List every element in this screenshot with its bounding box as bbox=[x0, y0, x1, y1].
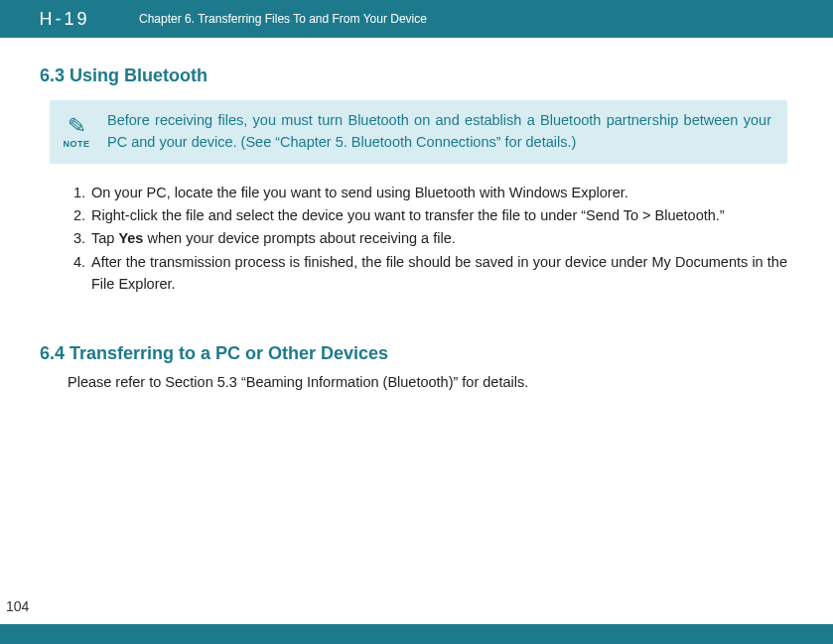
page-content: 6.3 Using Bluetooth ✎ NOTE Before receiv… bbox=[0, 38, 833, 390]
step-2: 2. Right-click the file and select the d… bbox=[69, 204, 787, 226]
note-icon: ✎ NOTE bbox=[60, 115, 93, 149]
step-4: 4. After the transmission process is fin… bbox=[69, 251, 787, 296]
step-number: 2. bbox=[69, 204, 91, 226]
step-3: 3. Tap Yes when your device prompts abou… bbox=[69, 227, 787, 249]
note-text: Before receiving files, you must turn Bl… bbox=[107, 110, 771, 154]
step-text: Right-click the file and select the devi… bbox=[91, 204, 787, 226]
step-number: 1. bbox=[69, 182, 91, 203]
top-bar: H-19 Chapter 6. Transferring Files To an… bbox=[0, 0, 833, 38]
section-6-4-body: Please refer to Section 5.3 “Beaming Inf… bbox=[68, 374, 787, 390]
chapter-title: Chapter 6. Transferring Files To and Fro… bbox=[139, 12, 427, 26]
steps-list: 1. On your PC, locate the file you want … bbox=[69, 182, 787, 296]
step-text: On your PC, locate the file you want to … bbox=[91, 182, 787, 203]
section-6-4-heading: 6.4 Transferring to a PC or Other Device… bbox=[40, 343, 787, 364]
step-text: Tap Yes when your device prompts about r… bbox=[91, 227, 787, 249]
note-callout: ✎ NOTE Before receiving files, you must … bbox=[50, 100, 787, 164]
step-text: After the transmission process is finish… bbox=[91, 251, 787, 296]
logo-text: H-19 bbox=[39, 9, 89, 30]
section-6-3-heading: 6.3 Using Bluetooth bbox=[40, 65, 787, 86]
step-1: 1. On your PC, locate the file you want … bbox=[69, 182, 787, 203]
page-number: 104 bbox=[6, 598, 29, 614]
bottom-bar bbox=[0, 624, 833, 644]
note-label: NOTE bbox=[63, 139, 89, 149]
step-number: 3. bbox=[69, 227, 91, 249]
step-number: 4. bbox=[69, 251, 91, 296]
logo: H-19 bbox=[0, 0, 119, 38]
pencil-icon: ✎ bbox=[67, 114, 86, 137]
